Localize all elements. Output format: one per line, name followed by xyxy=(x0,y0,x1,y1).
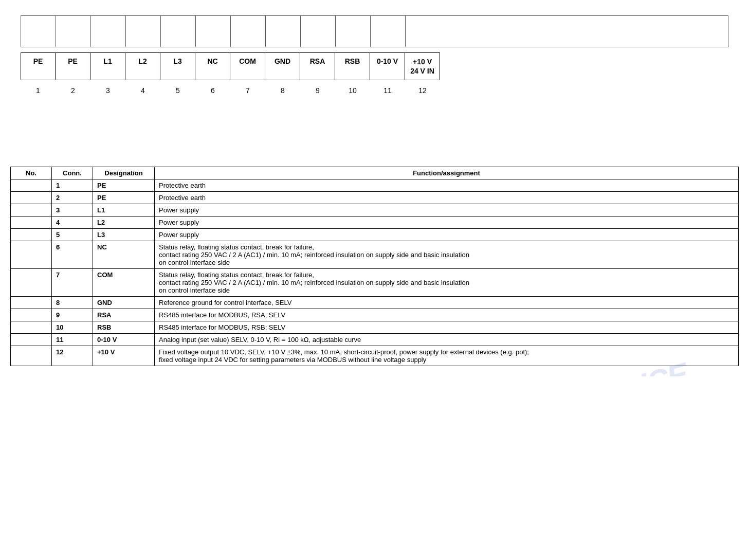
cell-function: Reference ground for control interface, … xyxy=(155,297,739,309)
pin-table: No. Conn. Designation Function/assignmen… xyxy=(10,167,739,366)
table-row: 8 GND Reference ground for control inter… xyxy=(11,297,739,309)
table-row: 11 0-10 V Analog input (set value) SELV,… xyxy=(11,334,739,346)
number-3: 3 xyxy=(90,86,125,95)
cell-conn: 5 xyxy=(52,229,93,241)
table-row: 3 L1 Power supply xyxy=(11,204,739,216)
cell-function: Analog input (set value) SELV, 0-10 V, R… xyxy=(155,334,739,346)
cell-conn: 4 xyxy=(52,216,93,229)
terminal-numbers-row: 1 2 3 4 5 6 7 8 9 10 11 12 xyxy=(21,86,728,95)
cell-conn: 10 xyxy=(52,321,93,334)
cell-function: Power supply xyxy=(155,216,739,229)
number-12: 12 xyxy=(405,86,440,95)
cell-no xyxy=(11,179,52,192)
table-row: 4 L2 Power supply xyxy=(11,216,739,229)
label-PE-1: PE xyxy=(21,52,56,80)
cell-designation: RSB xyxy=(93,321,155,334)
label-RSB: RSB xyxy=(335,52,370,80)
cell-designation: 0-10 V xyxy=(93,334,155,346)
cell-conn: 11 xyxy=(52,334,93,346)
table-section: ICE No. Conn. Designation Function/assig… xyxy=(10,167,739,366)
table-row: 2 PE Protective earth xyxy=(11,192,739,204)
cell-designation: L1 xyxy=(93,204,155,216)
connector-cell-4 xyxy=(126,16,161,47)
cell-function: Protective earth xyxy=(155,192,739,204)
cell-designation: GND xyxy=(93,297,155,309)
cell-conn: 9 xyxy=(52,309,93,321)
label-COM: COM xyxy=(230,52,265,80)
cell-designation: NC xyxy=(93,241,155,269)
cell-no xyxy=(11,334,52,346)
header-no: No. xyxy=(11,167,52,179)
label-NC: NC xyxy=(195,52,230,80)
connector-cell-10 xyxy=(336,16,371,47)
cell-no xyxy=(11,346,52,366)
label-plus10V: +10 V24 V IN xyxy=(405,52,440,80)
number-11: 11 xyxy=(370,86,405,95)
cell-no xyxy=(11,241,52,269)
connector-cell-2 xyxy=(56,16,91,47)
number-1: 1 xyxy=(21,86,56,95)
cell-function: Status relay, floating status contact, b… xyxy=(155,269,739,297)
connector-cell-11 xyxy=(371,16,406,47)
table-row: 1 PE Protective earth xyxy=(11,179,739,192)
header-designation: Designation xyxy=(93,167,155,179)
cell-conn: 12 xyxy=(52,346,93,366)
connector-boxes-row xyxy=(21,15,728,47)
number-9: 9 xyxy=(300,86,335,95)
cell-no xyxy=(11,216,52,229)
number-2: 2 xyxy=(56,86,90,95)
header-function: Function/assignment xyxy=(155,167,739,179)
cell-function: Fixed voltage output 10 VDC, SELV, +10 V… xyxy=(155,346,739,366)
label-RSA: RSA xyxy=(300,52,335,80)
cell-function: RS485 interface for MODBUS, RSB; SELV xyxy=(155,321,739,334)
cell-no xyxy=(11,309,52,321)
cell-designation: L2 xyxy=(93,216,155,229)
cell-function: Power supply xyxy=(155,204,739,216)
table-row: 7 COM Status relay, floating status cont… xyxy=(11,269,739,297)
cell-designation: +10 V xyxy=(93,346,155,366)
table-row: 12 +10 V Fixed voltage output 10 VDC, SE… xyxy=(11,346,739,366)
cell-designation: L3 xyxy=(93,229,155,241)
label-GND: GND xyxy=(265,52,300,80)
label-L2: L2 xyxy=(125,52,160,80)
cell-conn: 2 xyxy=(52,192,93,204)
number-8: 8 xyxy=(265,86,300,95)
cell-designation: PE xyxy=(93,179,155,192)
number-4: 4 xyxy=(125,86,160,95)
cell-no xyxy=(11,229,52,241)
connector-cell-6 xyxy=(196,16,231,47)
connector-cell-12 xyxy=(406,16,441,47)
number-6: 6 xyxy=(195,86,230,95)
label-L1: L1 xyxy=(90,52,125,80)
cell-designation: COM xyxy=(93,269,155,297)
label-PE-2: PE xyxy=(56,52,90,80)
cell-designation: RSA xyxy=(93,309,155,321)
cell-conn: 6 xyxy=(52,241,93,269)
cell-no xyxy=(11,297,52,309)
label-L3: L3 xyxy=(160,52,195,80)
table-row: 5 L3 Power supply xyxy=(11,229,739,241)
cell-conn: 8 xyxy=(52,297,93,309)
connector-cell-7 xyxy=(231,16,266,47)
number-10: 10 xyxy=(335,86,370,95)
cell-no xyxy=(11,269,52,297)
cell-function: Protective earth xyxy=(155,179,739,192)
connector-cell-9 xyxy=(301,16,336,47)
connector-cell-1 xyxy=(21,16,56,47)
table-row: 9 RSA RS485 interface for MODBUS, RSA; S… xyxy=(11,309,739,321)
cell-conn: 3 xyxy=(52,204,93,216)
connector-cell-5 xyxy=(161,16,196,47)
header-conn: Conn. xyxy=(52,167,93,179)
table-row: 10 RSB RS485 interface for MODBUS, RSB; … xyxy=(11,321,739,334)
cell-conn: 1 xyxy=(52,179,93,192)
cell-no xyxy=(11,321,52,334)
cell-no xyxy=(11,192,52,204)
cell-designation: PE xyxy=(93,192,155,204)
table-row: 6 NC Status relay, floating status conta… xyxy=(11,241,739,269)
number-7: 7 xyxy=(230,86,265,95)
connector-cell-8 xyxy=(266,16,301,47)
number-5: 5 xyxy=(160,86,195,95)
cell-conn: 7 xyxy=(52,269,93,297)
cell-function: Status relay, floating status contact, b… xyxy=(155,241,739,269)
connector-cell-3 xyxy=(91,16,126,47)
